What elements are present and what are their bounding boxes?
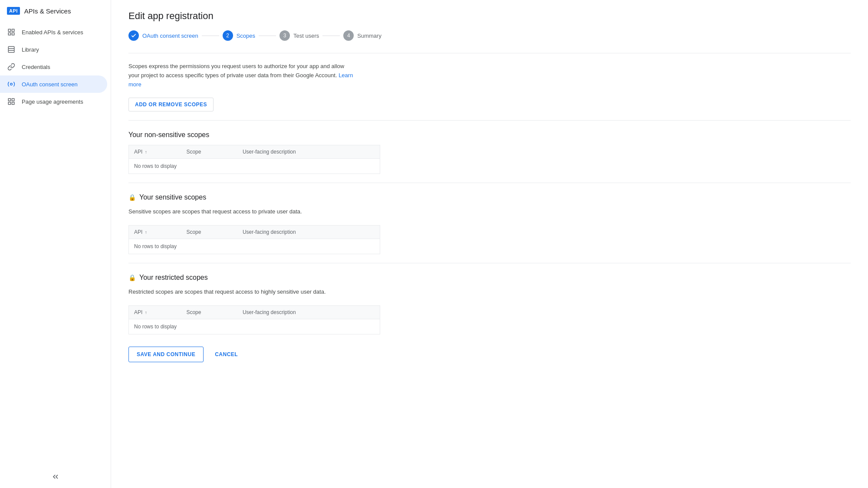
non-sensitive-empty-row: No rows to display [129,159,380,174]
restricted-col-scope: Scope [181,305,237,319]
sidebar: API APIs & Services Enabled APIs & servi… [0,0,111,488]
mid-divider-3 [128,263,851,263]
sidebar-item-label-page-usage: Page usage agreements [22,98,83,105]
step1-label: OAuth consent screen [142,33,198,39]
enabled-apis-icon [7,28,16,36]
sidebar-item-page-usage[interactable]: Page usage agreements [0,93,107,110]
sensitive-table: API ↑ Scope User-facing description No r… [128,225,380,254]
svg-point-7 [10,83,13,85]
add-remove-scopes-button[interactable]: ADD OR REMOVE SCOPES [128,98,214,111]
sensitive-empty-message: No rows to display [129,239,380,254]
step-oauth-consent: OAuth consent screen [128,30,198,41]
svg-rect-2 [8,33,10,35]
step-divider-3 [322,36,340,36]
cancel-button[interactable]: CANCEL [209,347,244,362]
page-usage-icon [7,97,16,106]
api-logo: API [7,7,20,15]
restricted-subtitle: Restricted scopes are scopes that reques… [128,288,354,297]
sidebar-item-oauth-consent[interactable]: OAuth consent screen [0,75,107,93]
api-sort-icon: ↑ [145,150,147,154]
restricted-col-api: API ↑ [129,305,181,319]
step-test-users: 3 Test users [279,30,319,41]
restricted-col-desc: User-facing description [237,305,380,319]
svg-rect-8 [8,98,10,101]
oauth-consent-icon [7,80,16,88]
step1-check-icon [128,30,139,41]
step-divider-1 [202,36,219,36]
svg-rect-4 [8,46,14,52]
non-sensitive-col-desc: User-facing description [237,145,380,159]
sensitive-title: 🔒 Your sensitive scopes [128,193,851,201]
sidebar-item-label-library: Library [22,46,39,53]
non-sensitive-empty-message: No rows to display [129,159,380,174]
sensitive-title-text: Your sensitive scopes [139,193,206,201]
sidebar-item-credentials[interactable]: Credentials [0,58,107,75]
sensitive-col-scope: Scope [181,226,237,239]
sensitive-subtitle: Sensitive scopes are scopes that request… [128,207,354,216]
description-text: Scopes express the permissions you reque… [128,63,344,79]
sidebar-item-label-credentials: Credentials [22,64,50,70]
sidebar-item-library[interactable]: Library [0,41,107,58]
svg-rect-0 [8,29,10,31]
mid-divider-2 [128,183,851,183]
step4-label: Summary [357,33,381,39]
svg-rect-3 [12,33,14,35]
sidebar-collapse-button[interactable] [0,465,111,488]
sidebar-logo: API APIs & Services [0,7,111,23]
step3-label: Test users [293,33,319,39]
step-summary: 4 Summary [343,30,381,41]
non-sensitive-table: API ↑ Scope User-facing description No r… [128,145,380,174]
sensitive-api-sort-icon: ↑ [145,230,147,235]
sensitive-col-api: API ↑ [129,226,181,239]
sidebar-item-label-enabled-apis: Enabled APIs & services [22,29,83,36]
svg-rect-11 [12,102,14,105]
sidebar-logo-text: APIs & Services [24,7,71,15]
non-sensitive-col-scope: Scope [181,145,237,159]
step4-circle: 4 [343,30,354,41]
stepper: OAuth consent screen 2 Scopes 3 Test use… [128,30,851,41]
main-content: Edit app registration OAuth consent scre… [111,0,868,488]
library-icon [7,45,16,54]
step-scopes: 2 Scopes [223,30,255,41]
svg-rect-9 [12,98,14,101]
restricted-table: API ↑ Scope User-facing description No r… [128,305,380,334]
restricted-empty-message: No rows to display [129,319,380,334]
sensitive-col-desc: User-facing description [237,226,380,239]
step-divider-2 [259,36,276,36]
sensitive-lock-icon: 🔒 [128,194,136,201]
non-sensitive-title: Your non-sensitive scopes [128,131,851,139]
non-sensitive-col-api: API ↑ [129,145,181,159]
credentials-icon [7,62,16,71]
step2-label: Scopes [237,33,255,39]
sensitive-empty-row: No rows to display [129,239,380,254]
restricted-api-sort-icon: ↑ [145,310,147,315]
save-and-continue-button[interactable]: SAVE AND CONTINUE [128,347,204,362]
top-divider [128,53,851,53]
restricted-lock-icon: 🔒 [128,274,136,281]
svg-rect-1 [12,29,14,31]
svg-rect-10 [8,102,10,105]
step3-circle: 3 [279,30,290,41]
sidebar-item-enabled-apis[interactable]: Enabled APIs & services [0,23,107,41]
non-sensitive-title-text: Your non-sensitive scopes [128,131,209,139]
step2-circle: 2 [223,30,233,41]
scopes-description: Scopes express the permissions you reque… [128,62,354,89]
restricted-title: 🔒 Your restricted scopes [128,274,851,282]
restricted-title-text: Your restricted scopes [139,274,208,282]
action-buttons: SAVE AND CONTINUE CANCEL [128,347,851,362]
mid-divider-1 [128,120,851,121]
page-title: Edit app registration [128,10,851,22]
restricted-empty-row: No rows to display [129,319,380,334]
sidebar-item-label-oauth-consent: OAuth consent screen [22,81,78,88]
